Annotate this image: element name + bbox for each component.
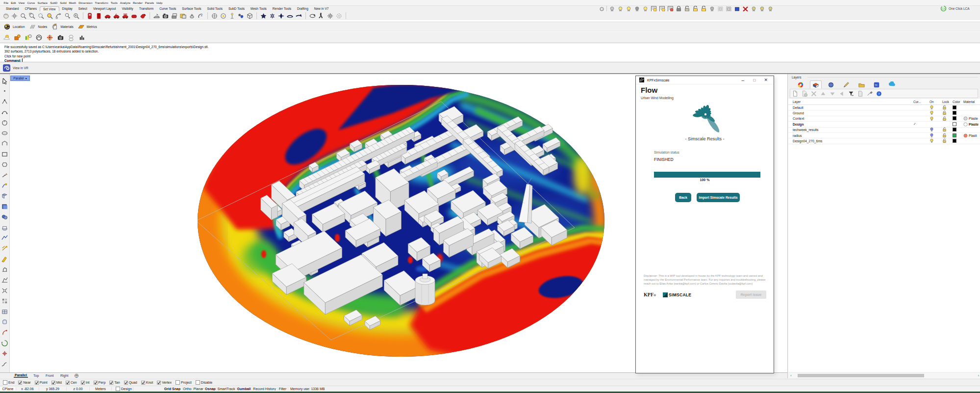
svg-text:?!: ?! [875, 83, 878, 86]
svg-text:2: 2 [201, 13, 203, 16]
svg-text:2: 2 [241, 16, 243, 19]
svg-text:CA: CA [942, 7, 946, 10]
svg-text:?: ? [878, 92, 880, 95]
